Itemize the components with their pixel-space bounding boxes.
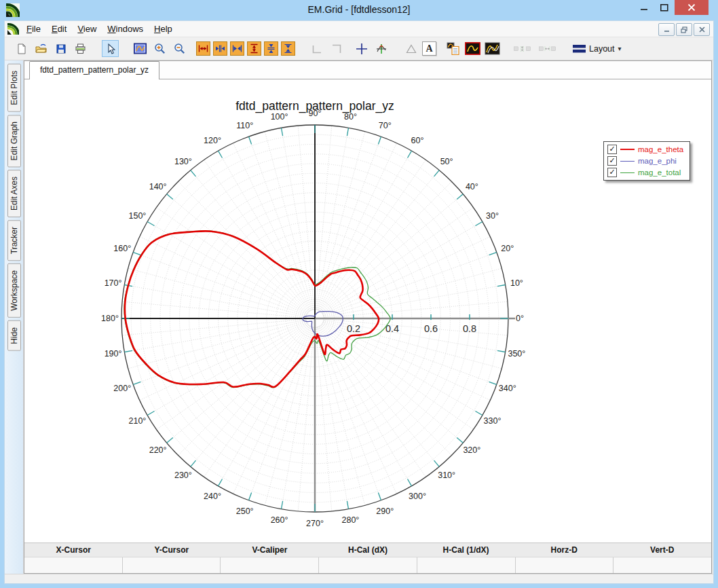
maximize-button[interactable] (654, 0, 675, 15)
menu-file[interactable]: File (21, 22, 46, 36)
angle-label: 130° (174, 157, 192, 166)
angle-tick (133, 253, 140, 255)
angle-label: 330° (484, 416, 502, 426)
open-folder-icon (35, 43, 47, 54)
grid-ray (322, 194, 463, 313)
readout-header-horz-d: Horz-D (515, 543, 613, 557)
polar-chart-canvas[interactable]: 0.20.40.60.80°10°20°30°40°50°60°70°80°90… (24, 79, 711, 543)
expand-x-button[interactable] (196, 41, 210, 56)
sidebar-tab-workspace[interactable]: Workspace (7, 263, 21, 318)
zoom-in-button[interactable] (151, 40, 168, 57)
align-vertical-icon (514, 42, 531, 56)
legend-checkbox-mag_e_theta[interactable]: ✓ (607, 145, 617, 154)
print-button[interactable] (72, 40, 89, 57)
layout-button[interactable]: Layout ▾ (569, 40, 626, 57)
pan-y-button[interactable] (264, 41, 278, 56)
triangle-marker-button[interactable] (402, 40, 419, 57)
curve-tracker-button[interactable] (373, 40, 390, 57)
grid-ray (298, 126, 314, 310)
grid-ray (157, 208, 308, 314)
angle-tick (457, 194, 463, 200)
grid-ray (318, 327, 396, 494)
shrink-x-button[interactable] (230, 41, 244, 56)
layout-icon (573, 44, 586, 54)
minimize-button[interactable] (634, 0, 654, 15)
chart-title: fdtd_pattern_pattern_polar_yz (235, 99, 394, 113)
angle-label: 240° (204, 492, 221, 501)
grid-ray (322, 323, 483, 415)
mdi-window-controls (658, 23, 710, 36)
grid-ray (324, 301, 508, 318)
region-corner-button-2[interactable] (328, 40, 345, 57)
angle-tick (167, 194, 173, 200)
readout-value-cell (613, 557, 711, 573)
shrink-y-button[interactable] (281, 41, 295, 56)
mdi-minimize-button[interactable] (658, 23, 675, 36)
sidebar-tab-edit-graph[interactable]: Edit Graph (7, 115, 21, 167)
zoom-fit-button[interactable] (132, 40, 149, 57)
mdi-restore-icon (681, 26, 687, 33)
angle-label: 100° (271, 112, 288, 122)
menu-view[interactable]: View (72, 22, 102, 36)
crosshair-button[interactable] (353, 40, 370, 57)
angle-label: 270° (306, 519, 324, 528)
angle-label: 10° (510, 278, 523, 288)
grid-ray (318, 143, 396, 311)
legend-checkbox-mag_e_phi[interactable]: ✓ (607, 156, 617, 166)
grid-ray (219, 151, 311, 311)
align-horizontal-group[interactable] (539, 40, 556, 57)
angle-tick (457, 438, 463, 443)
open-button[interactable] (33, 40, 50, 57)
angle-tick (191, 460, 196, 466)
readout-header-row: X-CursorY-CursorV-CaliperH-Cal (dX)H-Cal… (24, 543, 711, 557)
menu-edit[interactable]: Edit (46, 22, 72, 36)
legend-checkbox-mag_e_total[interactable]: ✓ (607, 168, 617, 177)
multi-curve-button[interactable] (484, 40, 501, 57)
mdi-close-button[interactable] (694, 23, 710, 36)
corner-bracket-icon (311, 43, 322, 54)
sidebar-tab-edit-axes[interactable]: Edit Axes (7, 170, 21, 217)
pan-x-button[interactable] (213, 41, 227, 56)
readout-header-y-cursor: Y-Cursor (123, 543, 221, 557)
readout-value-cell (515, 557, 613, 573)
legend-label: mag_e_total (638, 168, 681, 177)
sidebar-tab-tracker[interactable]: Tracker (7, 220, 21, 261)
document-tab[interactable]: fdtd_pattern_pattern_polar_yz (29, 61, 159, 79)
angle-label: 0° (516, 314, 524, 323)
grid-ray (316, 126, 332, 310)
plot-properties-icon (447, 42, 459, 55)
readout-value-row (24, 557, 711, 573)
text-annotation-icon: A (426, 43, 432, 54)
radial-tick-label: 0.6 (424, 323, 438, 334)
sidebar-tab-edit-plots[interactable]: Edit Plots (7, 64, 21, 112)
curve-mag_e_phi (303, 312, 343, 337)
mdi-restore-button[interactable] (676, 23, 692, 36)
angle-tick (408, 151, 412, 158)
zoom-out-button[interactable] (171, 40, 188, 57)
grid-ray (147, 323, 307, 415)
close-button[interactable] (675, 0, 708, 15)
grid-ray (322, 324, 463, 443)
select-pointer-button[interactable] (102, 40, 119, 57)
new-button[interactable] (13, 40, 30, 57)
curve-mag_e_total (124, 231, 390, 388)
sidebar-tab-hide[interactable]: Hide (7, 320, 21, 351)
menu-windows[interactable]: Windows (102, 22, 149, 36)
menu-help[interactable]: Help (149, 22, 178, 36)
angle-label: 50° (440, 157, 453, 166)
region-corner-button-1[interactable] (308, 40, 325, 57)
angle-tick (347, 501, 348, 509)
angle-tick (347, 128, 348, 136)
text-annotation-button[interactable]: A (422, 41, 436, 56)
align-vertical-group[interactable] (514, 40, 531, 57)
grid-ray (317, 132, 364, 310)
plot-properties-button[interactable] (445, 40, 461, 57)
expand-y-button[interactable] (247, 41, 261, 56)
save-button[interactable] (52, 40, 69, 57)
side-tab-strip: Edit PlotsEdit GraphEdit AxesTrackerWork… (5, 60, 24, 574)
toolbar: A (5, 37, 713, 60)
readout-header-h-cal-dx-: H-Cal (dX) (319, 543, 417, 557)
single-curve-button[interactable] (464, 40, 481, 57)
chart-legend: ✓mag_e_theta✓mag_e_phi✓mag_e_total (603, 141, 690, 181)
multi-curve-icon (485, 42, 500, 55)
